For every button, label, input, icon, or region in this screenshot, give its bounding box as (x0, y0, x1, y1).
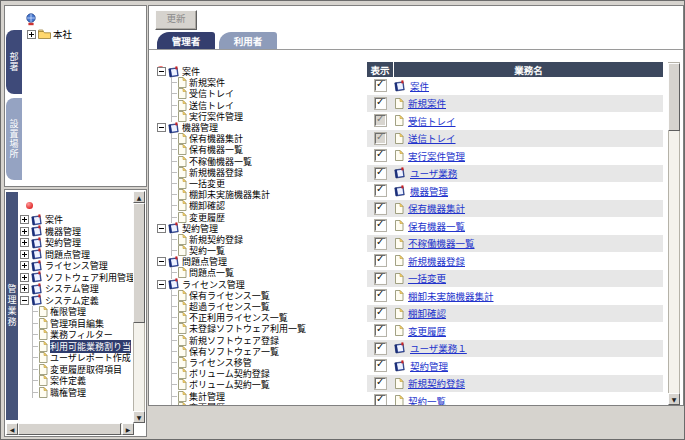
display-checkbox[interactable] (375, 395, 386, 406)
business-link[interactable]: 契約管理 (410, 359, 448, 373)
page-icon (394, 255, 404, 266)
tree-item-label[interactable]: 変更履歴 (189, 401, 225, 406)
book-icon (394, 167, 406, 179)
tree-item[interactable]: 棚卸確認 (157, 200, 362, 211)
tree-item[interactable]: 新規契約登録 (157, 234, 362, 245)
scroll-left-button[interactable]: ◀ (6, 423, 18, 435)
business-link[interactable]: 棚卸確認 (408, 306, 446, 320)
business-link[interactable]: 新規機器登録 (408, 254, 465, 268)
tree-item[interactable]: 送信トレイ (157, 100, 362, 111)
display-checkbox[interactable] (375, 308, 386, 319)
scroll-thumb[interactable] (18, 423, 121, 435)
tree-item[interactable]: 保有機器一覧 (157, 144, 362, 155)
expand-plus-icon[interactable] (20, 261, 29, 270)
display-checkbox[interactable] (375, 185, 386, 196)
business-link[interactable]: 変更履歴 (408, 324, 446, 338)
tree-item[interactable]: 変更履歴 (157, 402, 362, 406)
collapse-minus-icon[interactable] (20, 296, 29, 305)
business-link[interactable]: 保有機器一覧 (408, 219, 465, 233)
tree-item[interactable]: ボリューム契約一覧 (157, 379, 362, 390)
tree-node-headquarters[interactable]: 本社 (27, 27, 72, 41)
display-checkbox[interactable] (375, 150, 386, 161)
tree-item[interactable]: 新規案件 (157, 77, 362, 88)
update-button[interactable]: 更新 (155, 10, 197, 30)
scroll-down-button[interactable]: ▼ (668, 393, 680, 405)
collapse-minus-icon[interactable] (157, 257, 166, 266)
display-checkbox[interactable] (375, 325, 386, 336)
display-checkbox[interactable] (375, 203, 386, 214)
business-link[interactable]: 一括変更 (408, 271, 446, 285)
collapse-minus-icon[interactable] (157, 67, 166, 76)
tab-location[interactable]: 設置場所 (6, 98, 22, 180)
display-checkbox[interactable] (375, 378, 386, 389)
display-checkbox[interactable] (375, 290, 386, 301)
tree-item[interactable]: 問題点管理 (157, 256, 362, 267)
business-link[interactable]: 機器管理 (410, 184, 448, 198)
business-link[interactable]: 不稼働機器一覧 (408, 236, 475, 250)
tree-node-label[interactable]: 本社 (53, 27, 72, 41)
expand-plus-icon[interactable] (20, 284, 29, 293)
business-link[interactable]: 棚卸未実施機器集計 (408, 289, 494, 303)
tree-item[interactable]: 職権管理 (20, 387, 133, 399)
tab-administrator[interactable]: 管理者 (157, 32, 215, 49)
business-link[interactable]: 新規案件 (408, 96, 446, 110)
display-checkbox[interactable] (375, 255, 386, 266)
page-icon (177, 402, 187, 406)
tree-item-label[interactable]: 職権管理 (50, 386, 86, 399)
display-checkbox[interactable] (375, 168, 386, 179)
display-checkbox[interactable] (375, 343, 386, 354)
expand-plus-icon[interactable] (20, 273, 29, 282)
display-checkbox[interactable] (375, 360, 386, 371)
tree-item[interactable]: 棚卸未実施機器集計 (157, 189, 362, 200)
collapse-minus-icon[interactable] (157, 224, 166, 233)
page-icon (394, 98, 404, 109)
collapse-minus-icon[interactable] (157, 123, 166, 132)
tree-connector (167, 200, 177, 211)
tree-item[interactable]: 契約管理 (157, 223, 362, 234)
tab-admin-business[interactable]: 管理業務 (6, 192, 18, 420)
tree-item[interactable]: 保有機器集計 (157, 133, 362, 144)
expand-plus-icon[interactable] (20, 250, 29, 259)
business-link[interactable]: ユーザ業務１ (410, 341, 467, 355)
tree-item[interactable]: 受信トレイ (157, 88, 362, 99)
scroll-right-button[interactable]: ▶ (122, 423, 134, 435)
business-link[interactable]: 送信トレイ (408, 131, 456, 145)
tree-item[interactable]: 案件 (157, 66, 362, 77)
business-link[interactable]: 新規契約登録 (408, 376, 465, 390)
display-checkbox[interactable] (375, 238, 386, 249)
scroll-thumb[interactable] (668, 63, 680, 131)
page-icon (394, 203, 404, 214)
table-row: ユーザ業務 (367, 165, 663, 183)
tree-item[interactable]: 保有ソフトウェア一覧 (157, 346, 362, 357)
tree-item[interactable]: 機器管理 (157, 122, 362, 133)
table-row: ユーザ業務１ (367, 340, 663, 358)
business-link[interactable]: 受信トレイ (408, 114, 456, 128)
expand-plus-icon[interactable] (20, 215, 29, 224)
expand-plus-icon[interactable] (27, 30, 36, 39)
display-checkbox[interactable] (375, 98, 386, 109)
page-icon (177, 357, 187, 368)
business-link[interactable]: ユーザ業務 (410, 166, 457, 180)
business-link[interactable]: 実行案件管理 (408, 149, 465, 163)
tree-connector (167, 234, 177, 245)
tree-item[interactable]: 不稼働機器一覧 (157, 156, 362, 167)
table-row: 保有機器集計 (367, 200, 663, 218)
tree-connector (167, 111, 177, 122)
tree-item[interactable]: 新規機器登録 (157, 167, 362, 178)
scroll-down-button[interactable]: ▼ (133, 411, 145, 423)
display-checkbox[interactable] (375, 220, 386, 231)
tree-item[interactable]: 集計管理 (157, 390, 362, 401)
tab-user[interactable]: 利用者 (219, 32, 277, 49)
expand-plus-icon[interactable] (20, 227, 29, 236)
collapse-minus-icon[interactable] (157, 280, 166, 289)
tab-department[interactable]: 部署 (6, 30, 22, 94)
business-link[interactable]: 契約一覧 (408, 394, 446, 406)
business-link[interactable]: 保有機器集計 (408, 201, 465, 215)
expand-plus-icon[interactable] (20, 238, 29, 247)
display-checkbox[interactable] (375, 80, 386, 91)
scroll-up-button[interactable]: ▲ (133, 191, 145, 203)
display-checkbox[interactable] (375, 273, 386, 284)
scroll-thumb[interactable] (133, 203, 145, 323)
table-row: 実行案件管理 (367, 147, 663, 165)
business-link[interactable]: 案件 (410, 79, 429, 93)
